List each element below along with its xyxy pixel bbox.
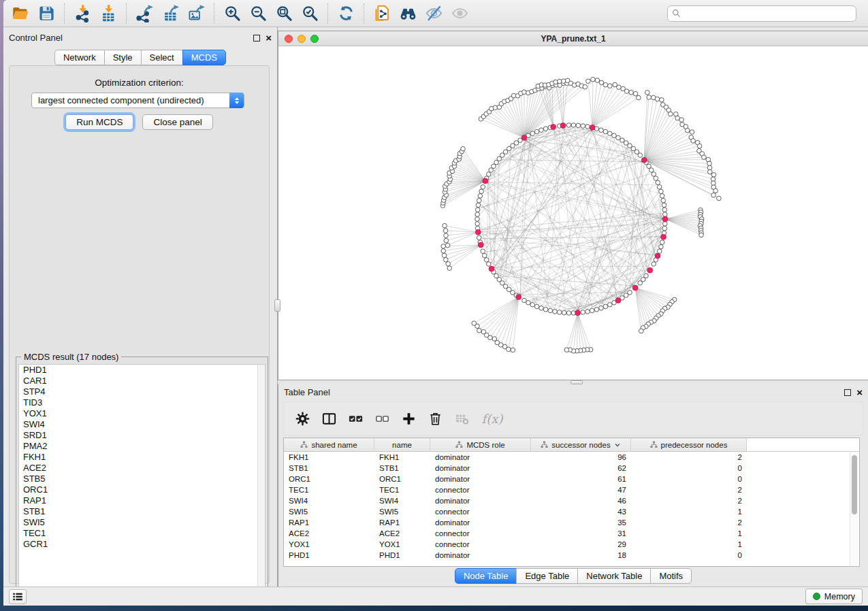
hide-eye-slash-button[interactable] — [421, 2, 447, 25]
delete-row-button[interactable] — [425, 408, 445, 429]
search-icon — [672, 9, 681, 18]
column-type-icon — [650, 441, 658, 448]
result-node-item[interactable]: SRD1 — [19, 430, 265, 441]
table-row[interactable]: SWI4SWI4dominator462 — [284, 495, 859, 506]
search-box — [667, 5, 856, 22]
column-header-MCDS-role[interactable]: MCDS role — [430, 438, 531, 452]
delete-row-icon — [428, 411, 443, 427]
import-network-button[interactable] — [69, 2, 95, 25]
table-row[interactable]: FKH1FKH1dominator962 — [284, 452, 859, 463]
cell-shared-name: ACE2 — [284, 528, 374, 539]
tab-motifs[interactable]: Motifs — [650, 568, 692, 584]
table-header-row: shared namenameMCDS rolesuccessor nodesp… — [284, 438, 859, 452]
column-label: successor nodes — [551, 441, 610, 449]
tab-style[interactable]: Style — [104, 50, 142, 65]
cell-name: TEC1 — [374, 484, 430, 495]
run-mcds-button[interactable]: Run MCDS — [65, 114, 133, 130]
float-table-panel-icon[interactable] — [844, 389, 851, 396]
criterion-selected-value: largest connected component (undirected) — [38, 95, 204, 105]
table-row[interactable]: ACE2ACE2connector311 — [284, 528, 859, 539]
columns-button[interactable] — [319, 408, 339, 429]
tab-edge-table[interactable]: Edge Table — [516, 568, 578, 584]
result-node-item[interactable]: TEC1 — [19, 528, 265, 539]
column-header-shared-name[interactable]: shared name — [284, 438, 374, 452]
result-node-item[interactable]: TID3 — [19, 397, 265, 408]
add-row-button[interactable] — [398, 408, 419, 429]
tab-select[interactable]: Select — [141, 50, 183, 65]
table-row[interactable]: RAP1RAP1dominator352 — [284, 517, 859, 528]
table-panel: Table Panel × f(x) shared namenameMCDS r… — [278, 384, 868, 587]
close-table-panel-icon[interactable]: × — [856, 389, 863, 396]
result-node-item[interactable]: PMA2 — [19, 441, 265, 452]
zoom-selected-button[interactable] — [297, 2, 323, 25]
zoom-in-button[interactable] — [219, 2, 245, 25]
result-node-item[interactable]: ACE2 — [19, 463, 265, 474]
save-button[interactable] — [33, 2, 59, 25]
criterion-select[interactable]: largest connected component (undirected) — [31, 93, 244, 108]
close-panel-button[interactable]: Close panel — [142, 114, 212, 130]
gear-button[interactable] — [292, 408, 312, 429]
result-node-item[interactable]: GCR1 — [19, 539, 265, 550]
result-node-item[interactable]: SWI4 — [19, 419, 265, 430]
search-input[interactable] — [667, 5, 856, 22]
show-eye-button[interactable] — [447, 2, 472, 25]
export-table-button[interactable] — [157, 2, 183, 25]
column-header-predecessor-nodes[interactable]: predecessor nodes — [631, 438, 747, 452]
find-binoculars-icon — [399, 4, 417, 22]
table-row[interactable]: ORC1ORC1dominator610 — [284, 474, 859, 484]
column-type-icon — [541, 441, 548, 448]
result-node-item[interactable]: STP4 — [19, 386, 265, 397]
open-folder-button[interactable] — [7, 2, 33, 25]
result-node-item[interactable]: STB1 — [19, 506, 265, 517]
refresh-button[interactable] — [333, 2, 359, 25]
new-network-from-selection-button[interactable] — [369, 2, 395, 25]
select-all-button[interactable] — [345, 408, 366, 429]
column-header-name[interactable]: name — [374, 438, 430, 452]
function-builder-button[interactable]: f(x) — [478, 408, 507, 429]
control-panel-title: Control Panel — [9, 33, 63, 43]
result-node-item[interactable]: PHD1 — [19, 365, 265, 376]
result-node-item[interactable]: RAP1 — [19, 495, 265, 506]
table-row[interactable]: PHD1PHD1dominator180 — [284, 550, 859, 561]
export-table-icon — [161, 4, 180, 22]
memory-button[interactable]: Memory — [805, 589, 863, 604]
export-network-button[interactable] — [131, 2, 157, 25]
find-binoculars-button[interactable] — [395, 2, 421, 25]
float-panel-icon[interactable] — [253, 35, 260, 42]
table-row[interactable]: TEC1TEC1connector472 — [284, 484, 859, 495]
open-folder-icon — [12, 4, 30, 22]
cell-shared-name: FKH1 — [284, 452, 374, 463]
close-panel-icon[interactable]: × — [266, 35, 272, 42]
column-header-successor-nodes[interactable]: successor nodes — [531, 438, 631, 452]
result-node-item[interactable]: YOX1 — [19, 408, 265, 419]
export-image-button[interactable] — [183, 2, 209, 25]
vertical-splitter-handle[interactable] — [274, 299, 280, 312]
cell-name: SWI4 — [374, 495, 430, 506]
zoom-out-button[interactable] — [245, 2, 271, 25]
tab-network[interactable]: Network — [54, 50, 105, 65]
tab-mcds[interactable]: MCDS — [182, 50, 226, 65]
table-row[interactable]: SWI5SWI5connector431 — [284, 506, 859, 517]
result-node-item[interactable]: SWI5 — [19, 517, 265, 528]
zoom-fit-button[interactable] — [271, 2, 297, 25]
gear-icon — [295, 411, 310, 427]
deselect-all-button[interactable] — [372, 408, 392, 429]
tab-node-table[interactable]: Node Table — [455, 568, 517, 584]
result-node-item[interactable]: ORC1 — [19, 484, 265, 495]
result-node-item[interactable]: FKH1 — [19, 452, 265, 463]
network-canvas[interactable] — [278, 46, 867, 380]
table-row[interactable]: YOX1YOX1connector291 — [284, 539, 859, 550]
list-icon — [12, 591, 24, 603]
table-scrollbar-thumb[interactable] — [852, 455, 857, 514]
network-titlebar: YPA_prune.txt_1 — [278, 31, 868, 46]
task-history-button[interactable] — [9, 589, 27, 604]
zoom-selected-icon — [301, 4, 319, 22]
table-panel-title: Table Panel — [284, 387, 330, 397]
delete-table-button[interactable] — [451, 408, 472, 429]
import-table-button[interactable] — [95, 2, 121, 25]
select-all-icon — [348, 411, 364, 427]
tab-network-table[interactable]: Network Table — [577, 568, 651, 584]
result-node-item[interactable]: STB5 — [19, 474, 265, 484]
table-row[interactable]: STB1STB1dominator620 — [284, 463, 859, 474]
result-node-item[interactable]: CAR1 — [19, 376, 265, 386]
